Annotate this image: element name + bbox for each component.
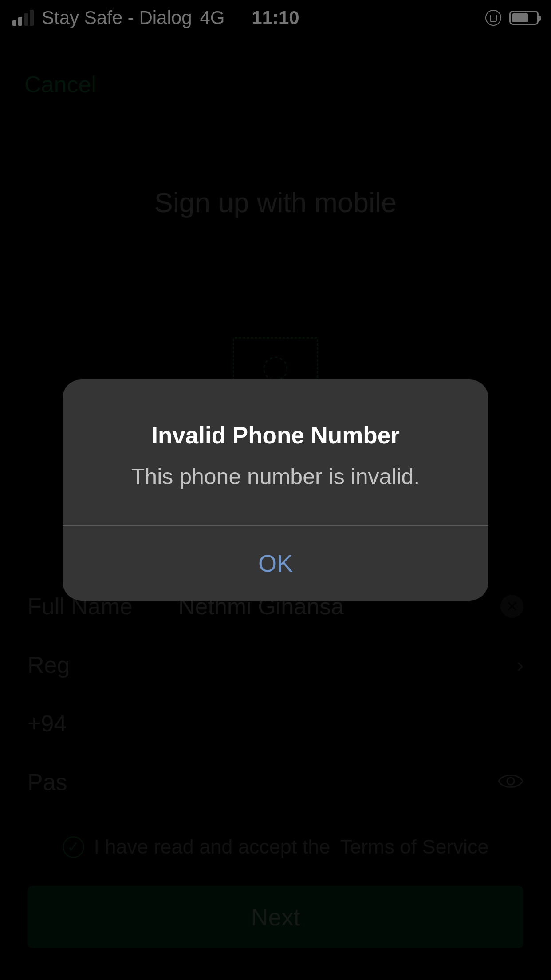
alert-title: Invalid Phone Number xyxy=(89,422,462,449)
alert-ok-button[interactable]: OK xyxy=(63,526,488,601)
alert-message: This phone number is invalid. xyxy=(89,464,462,490)
alert-backdrop: Invalid Phone Number This phone number i… xyxy=(0,0,551,980)
alert-dialog: Invalid Phone Number This phone number i… xyxy=(63,379,488,601)
